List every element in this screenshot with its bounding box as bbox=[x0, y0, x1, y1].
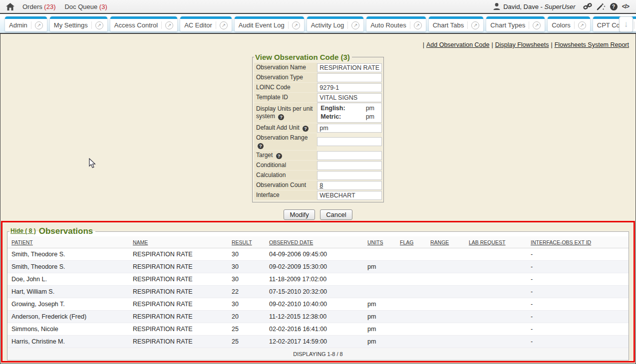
tab-label: Chart Tabs bbox=[433, 21, 464, 29]
tab-audit-event-log[interactable]: Audit Event Log↗ bbox=[235, 16, 304, 31]
column-header-lab-request[interactable]: LAB REQUEST bbox=[465, 236, 527, 248]
table-cell: - bbox=[527, 311, 629, 323]
external-link-icon[interactable]: ↗ bbox=[351, 21, 359, 29]
table-cell: 04-09-2006 09:45:00 bbox=[265, 248, 363, 261]
tab-body: My Settings↗ bbox=[50, 19, 107, 31]
field-row: Observation NameRESPIRATION RATE bbox=[254, 63, 382, 72]
table-cell bbox=[426, 323, 465, 336]
table-cell: Growing, Joseph T. bbox=[7, 298, 129, 311]
tab-auto-routes[interactable]: Auto Routes↗ bbox=[366, 16, 426, 31]
table-cell: 12-02-2017 14:59:00 bbox=[265, 336, 363, 348]
table-row: Hart, William S.RESPIRATION RATE2207-15-… bbox=[7, 286, 629, 298]
help-icon[interactable]: ? bbox=[258, 143, 264, 149]
column-header-units[interactable]: UNITS bbox=[363, 236, 396, 248]
table-cell bbox=[426, 248, 465, 261]
column-header-label: INTERFACE-OBS EXT ID bbox=[531, 239, 591, 245]
quick-link-add-observation-code[interactable]: Add Observation Code bbox=[426, 41, 489, 48]
code-icon[interactable]: </> bbox=[622, 3, 629, 10]
column-header-label: RANGE bbox=[430, 239, 449, 245]
observation-count-link[interactable]: 8 bbox=[319, 182, 323, 189]
tab-my-settings[interactable]: My Settings↗ bbox=[50, 16, 107, 31]
field-value bbox=[317, 73, 382, 82]
tab-ac-editor[interactable]: AC Editor↗ bbox=[180, 16, 232, 31]
field-value-box: 8 bbox=[317, 181, 382, 190]
quick-link-separator: | bbox=[491, 41, 493, 48]
table-row: Doe, John L.RESPIRATION RATE3011-18-2009… bbox=[7, 273, 629, 286]
column-header-patient[interactable]: PATIENT bbox=[7, 236, 129, 248]
field-row: Display Units per unit system ?English:p… bbox=[254, 103, 382, 123]
external-link-icon[interactable]: ↗ bbox=[414, 21, 422, 29]
modify-button[interactable]: Modify bbox=[284, 209, 315, 220]
quick-link-flowsheets-system-report[interactable]: Flowsheets System Report bbox=[555, 41, 629, 48]
external-link-icon[interactable]: ↗ bbox=[471, 21, 479, 29]
help-icon[interactable]: ? bbox=[278, 114, 284, 120]
table-cell bbox=[396, 286, 426, 298]
field-row: Observation Range ? bbox=[254, 133, 382, 150]
unit-line: Metric:pm bbox=[320, 113, 374, 121]
table-cell bbox=[396, 323, 426, 336]
field-label: Target ? bbox=[254, 151, 317, 160]
help-icon[interactable]: ? bbox=[276, 153, 282, 159]
wand-icon[interactable] bbox=[597, 2, 606, 10]
field-value-box: 9279-1 bbox=[317, 83, 382, 92]
link-icon[interactable] bbox=[583, 2, 592, 10]
help-icon[interactable]: ? bbox=[303, 126, 309, 132]
tab-activity-log[interactable]: Activity Log↗ bbox=[307, 16, 363, 31]
tab-divider bbox=[288, 21, 289, 29]
field-value: 8 bbox=[317, 181, 382, 190]
table-cell: 09-02-2009 15:30:00 bbox=[265, 261, 363, 273]
view-fields-body: Observation NameRESPIRATION RATEObservat… bbox=[254, 63, 382, 200]
tab-admin[interactable]: Admin↗ bbox=[5, 16, 47, 31]
column-header-interface-obs-ext-id[interactable]: INTERFACE-OBS EXT ID bbox=[527, 236, 629, 248]
tab-access-control[interactable]: Access Control↗ bbox=[110, 16, 177, 31]
field-value-box bbox=[317, 151, 382, 160]
tab-divider bbox=[574, 21, 575, 29]
column-header-name[interactable]: NAME bbox=[129, 236, 228, 248]
table-cell: Simmons, Nicole bbox=[7, 323, 129, 336]
external-link-icon[interactable]: ↗ bbox=[95, 21, 103, 29]
tab-chart-types[interactable]: Chart Types↗ bbox=[486, 16, 545, 31]
table-cell bbox=[426, 261, 465, 273]
external-link-icon[interactable]: ↗ bbox=[578, 21, 586, 29]
field-label: Observation Range ? bbox=[254, 133, 317, 150]
tab-label: Chart Types bbox=[490, 21, 525, 29]
topbar-link-count: (3) bbox=[99, 3, 107, 10]
table-cell bbox=[396, 336, 426, 348]
column-header-observed-date[interactable]: OBSERVED DATE bbox=[265, 236, 363, 248]
field-value bbox=[317, 171, 382, 180]
tab-label: My Settings bbox=[54, 21, 88, 29]
tab-overflow-down-icon[interactable]: ↓ bbox=[619, 16, 633, 32]
hide-link[interactable]: Hide ( 8 ) bbox=[10, 227, 36, 234]
topbar-link-doc-queue[interactable]: Doc Queue (3) bbox=[64, 3, 107, 10]
table-cell bbox=[465, 261, 527, 273]
user-identity[interactable]: David, Dave - SuperUser bbox=[493, 2, 576, 10]
external-link-icon[interactable]: ↗ bbox=[35, 21, 43, 29]
table-cell bbox=[465, 273, 527, 286]
cancel-button[interactable]: Cancel bbox=[320, 209, 352, 220]
external-link-icon[interactable]: ↗ bbox=[533, 21, 541, 29]
external-link-icon[interactable]: ↗ bbox=[220, 21, 228, 29]
observations-table: PATIENTNAMERESULTOBSERVED DATEUNITSFLAGR… bbox=[7, 236, 629, 360]
tab-strip: Admin↗My Settings↗Access Control↗AC Edit… bbox=[5, 16, 636, 31]
field-value-box: VITAL SIGNS bbox=[317, 93, 382, 102]
help-icon[interactable]: ? bbox=[610, 3, 618, 10]
column-header-label: NAME bbox=[133, 239, 148, 245]
tab-colors[interactable]: Colors↗ bbox=[548, 16, 590, 31]
column-header-range[interactable]: RANGE bbox=[426, 236, 465, 248]
topbar-link-orders[interactable]: Orders (23) bbox=[22, 3, 55, 10]
home-icon[interactable] bbox=[6, 3, 14, 10]
column-header-result[interactable]: RESULT bbox=[228, 236, 265, 248]
external-link-icon[interactable]: ↗ bbox=[165, 21, 173, 29]
field-value-box: WEBCHART bbox=[317, 191, 382, 200]
external-link-icon[interactable]: ↗ bbox=[292, 21, 300, 29]
tab-label: Admin bbox=[9, 21, 27, 29]
quick-link-display-flowsheets[interactable]: Display Flowsheets bbox=[495, 41, 549, 48]
table-cell: RESPIRATION RATE bbox=[129, 336, 228, 348]
table-cell: RESPIRATION RATE bbox=[129, 286, 228, 298]
column-header-flag[interactable]: FLAG bbox=[396, 236, 426, 248]
table-cell bbox=[426, 286, 465, 298]
tab-chart-tabs[interactable]: Chart Tabs↗ bbox=[429, 16, 484, 31]
table-row: Simmons, NicoleRESPIRATION RATE2502-02-2… bbox=[7, 323, 629, 336]
field-value: RESPIRATION RATE bbox=[317, 63, 382, 72]
view-panel-title: View Observation Code (3) bbox=[254, 53, 352, 61]
